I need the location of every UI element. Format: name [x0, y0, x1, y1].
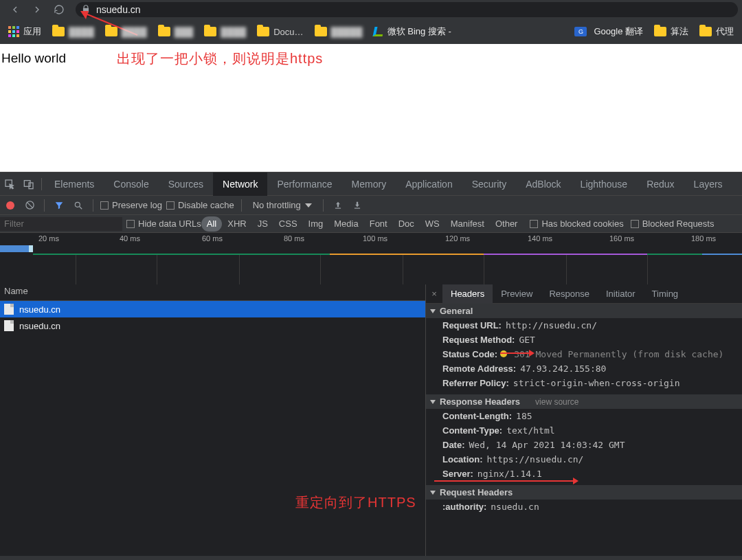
page-text: Hello world	[0, 51, 66, 65]
filter-js[interactable]: JS	[252, 216, 273, 232]
kv-location: Location:https://nsuedu.cn/	[426, 452, 742, 467]
bookmark-bing[interactable]: 微软 Bing 搜索 -	[368, 25, 457, 38]
url-bar[interactable]: nsuedu.cn	[76, 2, 738, 17]
download-har-icon[interactable]	[350, 198, 365, 213]
tab-adblock[interactable]: AdBlock	[516, 172, 570, 196]
tab-headers[interactable]: Headers	[442, 284, 493, 304]
tab-initiator[interactable]: Initiator	[598, 284, 644, 304]
tab-performance[interactable]: Performance	[267, 172, 341, 196]
status-dot-icon	[500, 350, 507, 357]
tick-80: 80 ms	[284, 234, 304, 243]
svg-line-6	[27, 202, 33, 208]
tab-elements[interactable]: Elements	[45, 172, 104, 196]
browser-nav-bar: nsuedu.cn	[0, 0, 742, 19]
throttling-select[interactable]: No throttling	[249, 200, 316, 210]
filter-all[interactable]: All	[201, 216, 222, 232]
back-button[interactable]	[7, 1, 23, 18]
reload-button[interactable]	[51, 1, 67, 18]
tick-20: 20 ms	[38, 234, 59, 243]
tab-lighthouse[interactable]: Lighthouse	[571, 172, 638, 196]
svg-point-7	[75, 202, 80, 207]
inspect-icon[interactable]	[0, 175, 19, 194]
view-source-link[interactable]: view source	[535, 397, 578, 407]
clear-button[interactable]	[22, 198, 37, 213]
kv-content-type: Content-Type:text/html	[426, 423, 742, 438]
translate-icon: G	[574, 27, 587, 36]
bookmark-folder-4[interactable]: ████	[199, 27, 251, 37]
svg-rect-3	[24, 180, 30, 186]
tab-security[interactable]: Security	[462, 172, 517, 196]
filter-doc[interactable]: Doc	[393, 216, 420, 232]
bookmark-folder-proxy[interactable]: 代理	[694, 25, 739, 38]
request-row-1[interactable]: nsuedu.cn	[0, 301, 425, 317]
tick-40: 40 ms	[120, 234, 140, 243]
request-area: Name nsuedu.cn nsuedu.cn 重定向到了HTTPS × He…	[0, 284, 742, 556]
tab-redux[interactable]: Redux	[637, 172, 684, 196]
filter-input[interactable]	[0, 217, 122, 231]
bookmark-folder-algo[interactable]: 算法	[649, 25, 694, 38]
preserve-log-checkbox[interactable]: Preserve log	[100, 200, 162, 210]
headers-panel: × Headers Preview Response Initiator Tim…	[426, 284, 742, 556]
bookmark-folder-6[interactable]: █████	[309, 27, 368, 37]
apps-icon	[8, 26, 19, 37]
filter-other[interactable]: Other	[490, 216, 524, 232]
bing-icon	[372, 27, 384, 36]
bookmark-folder-1[interactable]: ████	[47, 27, 100, 37]
folder-icon	[257, 27, 269, 36]
filter-manifest[interactable]: Manifest	[445, 216, 490, 232]
bookmark-folder-5[interactable]: Docu…	[251, 27, 308, 37]
bookmark-folder-3[interactable]: ███	[153, 27, 199, 37]
tab-preview[interactable]: Preview	[493, 284, 541, 304]
filter-font[interactable]: Font	[364, 216, 393, 232]
timeline-bar-4	[484, 254, 647, 255]
headers-tabs: × Headers Preview Response Initiator Tim…	[426, 284, 742, 304]
tab-response[interactable]: Response	[541, 284, 598, 304]
svg-line-8	[80, 206, 82, 209]
search-icon[interactable]	[71, 198, 86, 213]
tick-180: 180 ms	[691, 234, 716, 243]
tab-application[interactable]: Application	[396, 172, 462, 196]
disclosure-icon	[430, 309, 436, 313]
disable-cache-checkbox[interactable]: Disable cache	[166, 200, 234, 210]
device-toggle-icon[interactable]	[19, 175, 38, 194]
svg-rect-10	[355, 208, 360, 208]
bookmark-folder-2[interactable]: ████	[100, 27, 153, 37]
record-button[interactable]	[3, 198, 18, 213]
section-response-headers[interactable]: Response Headersview source	[426, 394, 742, 409]
timeline-bar-2	[33, 254, 330, 255]
tab-memory[interactable]: Memory	[342, 172, 396, 196]
forward-button[interactable]	[29, 1, 45, 18]
tab-sources[interactable]: Sources	[159, 172, 213, 196]
network-timeline[interactable]: 20 ms 40 ms 60 ms 80 ms 100 ms 120 ms 14…	[0, 232, 742, 284]
filter-ws[interactable]: WS	[420, 216, 445, 232]
filter-media[interactable]: Media	[328, 216, 363, 232]
hide-data-urls-checkbox[interactable]: Hide data URLs	[126, 219, 201, 229]
upload-har-icon[interactable]	[330, 198, 346, 213]
url-text: nsuedu.cn	[96, 4, 141, 15]
has-blocked-cookies-checkbox[interactable]: Has blocked cookies	[530, 219, 623, 229]
timeline-bar-1	[0, 245, 29, 252]
filter-xhr[interactable]: XHR	[222, 216, 251, 232]
section-request-headers[interactable]: Request Headers	[426, 485, 742, 500]
network-toolbar: Preserve log Disable cache No throttling	[0, 195, 742, 214]
filter-img[interactable]: Img	[303, 216, 329, 232]
bookmark-gtranslate[interactable]: GGoogle 翻译	[569, 25, 649, 38]
tab-network[interactable]: Network	[213, 172, 267, 196]
algo-label: 算法	[671, 25, 688, 38]
bookmark-bar: 应用 ████ ████ ███ ████ Docu… █████ 微软 Bin…	[0, 19, 742, 44]
tab-console[interactable]: Console	[104, 172, 158, 196]
filter-css[interactable]: CSS	[273, 216, 303, 232]
request-row-2[interactable]: nsuedu.cn	[0, 317, 425, 334]
blocked-requests-checkbox[interactable]: Blocked Requests	[631, 219, 715, 229]
tab-timing[interactable]: Timing	[644, 284, 687, 304]
folder-icon	[52, 27, 65, 36]
apps-shortcut[interactable]: 应用	[3, 25, 47, 38]
filter-icon[interactable]	[52, 198, 67, 213]
close-panel-button[interactable]: ×	[426, 289, 442, 299]
tick-100: 100 ms	[363, 234, 387, 243]
request-list-header: Name	[0, 284, 425, 301]
kv-date: Date:Wed, 14 Apr 2021 14:03:42 GMT	[426, 438, 742, 452]
tab-layers[interactable]: Layers	[684, 172, 732, 196]
folder-icon	[105, 27, 117, 36]
section-general[interactable]: General	[426, 304, 742, 318]
